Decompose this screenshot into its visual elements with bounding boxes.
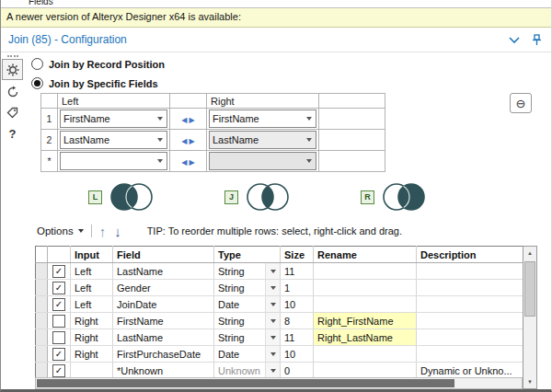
configuration-tab-gear-icon[interactable] <box>2 59 23 80</box>
field-checkbox[interactable]: ✓ <box>52 282 65 294</box>
field-rename-cell[interactable]: Right_FirstName <box>314 313 417 329</box>
field-input-cell: Right <box>71 329 113 346</box>
help-icon[interactable]: ? <box>3 124 22 144</box>
join-table-right-header: Right <box>207 94 319 109</box>
collapse-chevron-icon[interactable] <box>509 37 520 43</box>
field-row[interactable]: ✓*UnknownUnknown0Dynamic or Unkno... <box>36 363 523 379</box>
field-type-value: Date <box>214 349 265 360</box>
type-dropdown-button[interactable] <box>265 329 280 345</box>
checkbox-cell: ✓ <box>48 263 71 280</box>
update-notification-bar[interactable]: A newer version of Alteryx Designer x64 … <box>1 7 551 28</box>
field-input-cell: Right <box>71 313 113 329</box>
field-rename-cell[interactable] <box>314 280 417 296</box>
field-type-cell: String <box>214 329 281 346</box>
field-input-cell: Left <box>71 280 113 296</box>
field-input-cell: Left <box>71 263 113 280</box>
swap-right-icon[interactable]: ▶ <box>190 137 195 145</box>
right-field-dropdown[interactable]: FirstName <box>209 110 316 128</box>
field-type-cell: Date <box>214 346 281 363</box>
field-type-cell: Date <box>214 296 281 313</box>
fields-table-region: Input Field Type Size Rename Description… <box>35 246 537 389</box>
vertical-scroll-track[interactable] <box>523 259 536 375</box>
field-type-cell: String <box>214 280 281 296</box>
move-up-icon[interactable]: ↑ <box>99 225 107 238</box>
field-row[interactable]: ✓LeftGenderString1 <box>36 280 523 296</box>
fields-table-body: ✓LeftLastNameString11✓LeftGenderString1✓… <box>36 263 523 379</box>
field-rename-cell[interactable]: Right_LastName <box>314 329 417 346</box>
radio-join-by-specific-fields[interactable]: Join by Specific Fields <box>31 75 550 91</box>
vertical-scrollbar[interactable]: ▲ ▼ <box>523 246 537 389</box>
left-field-value: FirstName <box>61 113 154 124</box>
type-dropdown-button[interactable] <box>265 346 280 362</box>
left-field-dropdown[interactable] <box>60 152 167 170</box>
radio-button[interactable] <box>31 77 43 89</box>
row-handle[interactable] <box>36 329 48 346</box>
row-handle[interactable] <box>36 363 48 379</box>
join-table-arrows-header <box>170 94 207 109</box>
left-field-dropdown[interactable]: FirstName <box>60 110 167 128</box>
options-label: Options <box>37 225 74 236</box>
field-checkbox[interactable]: ✓ <box>52 265 65 278</box>
row-handle[interactable] <box>36 296 48 313</box>
field-size-cell: 11 <box>281 263 314 280</box>
dropdown-caret-icon <box>270 336 276 340</box>
type-dropdown-button[interactable] <box>265 296 280 312</box>
field-checkbox[interactable] <box>52 315 65 328</box>
toolbar-divider <box>91 225 92 237</box>
checkbox-column-header <box>48 247 71 263</box>
field-size-cell: 10 <box>281 346 314 363</box>
row-handle[interactable] <box>36 313 48 329</box>
field-checkbox[interactable]: ✓ <box>52 298 65 311</box>
type-dropdown-button[interactable] <box>265 363 280 378</box>
row-handle[interactable] <box>36 263 48 280</box>
options-dropdown-button[interactable]: Options <box>37 225 84 236</box>
field-rename-cell[interactable] <box>314 346 417 363</box>
field-size-cell: 10 <box>281 296 314 313</box>
remove-join-row-button[interactable]: ⊖ <box>510 93 532 113</box>
swap-right-icon[interactable]: ▶ <box>190 158 195 167</box>
right-field-dropdown[interactable]: LastName <box>209 131 316 149</box>
field-row[interactable]: ✓LeftLastNameString11 <box>36 263 523 280</box>
dropdown-caret-icon <box>270 369 276 373</box>
type-dropdown-button[interactable] <box>265 280 280 295</box>
row-handle[interactable] <box>36 346 48 363</box>
type-dropdown-button[interactable] <box>265 263 280 279</box>
field-row[interactable]: RightLastNameString11Right_LastName <box>36 329 523 346</box>
field-name-cell: JoinDate <box>113 296 214 313</box>
horizontal-scroll-thumb[interactable] <box>37 379 454 387</box>
field-rename-cell[interactable] <box>314 363 417 379</box>
field-checkbox[interactable] <box>52 331 65 344</box>
field-rename-cell[interactable] <box>314 296 417 313</box>
horizontal-scrollbar[interactable] <box>35 377 523 389</box>
left-field-dropdown[interactable]: LastName <box>60 131 167 149</box>
scroll-up-icon[interactable]: ▲ <box>523 247 536 259</box>
radio-button[interactable] <box>31 58 43 70</box>
join-fields-area: Left Right 1FirstName◀▶FirstName2LastNam… <box>24 93 550 172</box>
field-checkbox[interactable]: ✓ <box>52 364 65 377</box>
handle-column-header <box>36 247 48 263</box>
vertical-scroll-thumb[interactable] <box>524 261 535 317</box>
move-down-icon[interactable]: ↓ <box>114 225 121 238</box>
type-wrap: String <box>214 280 280 295</box>
pin-icon[interactable] <box>532 34 542 46</box>
refresh-circular-arrows-icon[interactable] <box>3 82 22 101</box>
swap-left-icon[interactable]: ◀ <box>181 158 187 167</box>
row-handle[interactable] <box>36 280 48 296</box>
join-row: 2LastName◀▶LastName <box>41 130 385 151</box>
field-row[interactable]: ✓LeftJoinDateDate10 <box>36 296 523 313</box>
tree-label-fields: Fields <box>29 0 551 6</box>
right-field-dropdown[interactable] <box>209 152 316 170</box>
radio-join-by-record-position[interactable]: Join by Record Position <box>31 56 550 72</box>
field-rename-cell[interactable] <box>314 263 417 280</box>
field-size-cell: 1 <box>281 280 314 296</box>
swap-left-icon[interactable]: ◀ <box>181 116 187 124</box>
field-checkbox[interactable]: ✓ <box>52 348 65 361</box>
type-dropdown-button[interactable] <box>265 313 280 329</box>
field-description-cell: Dynamic or Unkno... <box>417 363 523 379</box>
swap-right-icon[interactable]: ▶ <box>190 116 195 124</box>
annotation-tag-icon[interactable] <box>3 103 22 122</box>
field-row[interactable]: ✓RightFirstPurchaseDateDate10 <box>36 346 523 363</box>
field-row[interactable]: RightFirstNameString8Right_FirstName <box>36 313 523 329</box>
swap-left-icon[interactable]: ◀ <box>181 137 187 145</box>
scroll-down-icon[interactable]: ▼ <box>523 375 536 388</box>
